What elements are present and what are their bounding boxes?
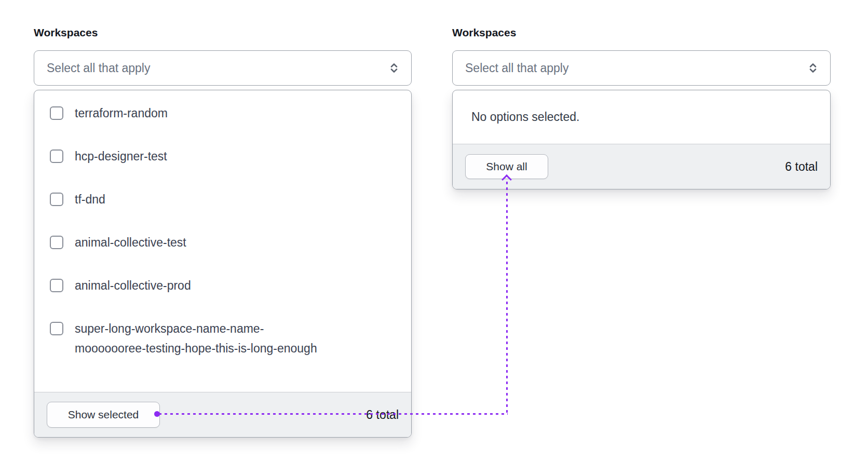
workspaces-multiselect-empty: Workspaces Select all that apply No opti… <box>452 26 831 189</box>
show-all-button[interactable]: Show all <box>465 154 548 179</box>
total-count: 6 total <box>366 408 399 422</box>
canvas: Workspaces Select all that apply terrafo… <box>0 0 868 463</box>
checkbox-unchecked[interactable] <box>50 322 63 335</box>
option-row[interactable]: hcp-designer-test <box>50 146 399 166</box>
caret-sort-icon <box>388 62 400 74</box>
option-row[interactable]: animal-collective-test <box>50 233 399 252</box>
option-row[interactable]: animal-collective-prod <box>50 276 399 295</box>
workspaces-multiselect-expanded: Workspaces Select all that apply terrafo… <box>34 26 412 438</box>
checkbox-unchecked[interactable] <box>50 149 63 163</box>
empty-panel: No options selected. Show all 6 total <box>452 90 831 189</box>
checkbox-unchecked[interactable] <box>50 193 63 206</box>
show-selected-button[interactable]: Show selected <box>47 402 160 428</box>
option-row[interactable]: super-long-workspace-name-name-moooooore… <box>50 319 399 358</box>
option-label: terraform-random <box>75 103 168 123</box>
empty-panel-footer: Show all 6 total <box>453 144 830 189</box>
checkbox-unchecked[interactable] <box>50 106 63 120</box>
options-panel: terraform-random hcp-designer-test tf-dn… <box>34 90 412 438</box>
workspaces-label: Workspaces <box>34 26 412 39</box>
option-label: animal-collective-test <box>75 233 186 252</box>
workspaces-select-trigger[interactable]: Select all that apply <box>452 50 831 86</box>
option-label: animal-collective-prod <box>75 276 191 295</box>
option-label: super-long-workspace-name-name-moooooore… <box>75 319 327 358</box>
select-placeholder: Select all that apply <box>47 61 150 75</box>
options-list: terraform-random hcp-designer-test tf-dn… <box>34 90 411 392</box>
total-count: 6 total <box>785 160 818 174</box>
option-row[interactable]: tf-dnd <box>50 189 399 209</box>
caret-sort-icon <box>807 62 819 74</box>
option-label: tf-dnd <box>75 189 105 209</box>
checkbox-unchecked[interactable] <box>50 236 63 249</box>
option-label: hcp-designer-test <box>75 146 167 166</box>
select-placeholder: Select all that apply <box>465 61 568 75</box>
workspaces-label: Workspaces <box>452 26 831 39</box>
connector-dotted-vertical-line <box>506 182 508 415</box>
workspaces-select-trigger[interactable]: Select all that apply <box>34 50 412 86</box>
option-row[interactable]: terraform-random <box>50 103 399 123</box>
options-panel-footer: Show selected 6 total <box>34 392 411 437</box>
checkbox-unchecked[interactable] <box>50 279 63 292</box>
empty-message: No options selected. <box>453 90 830 144</box>
